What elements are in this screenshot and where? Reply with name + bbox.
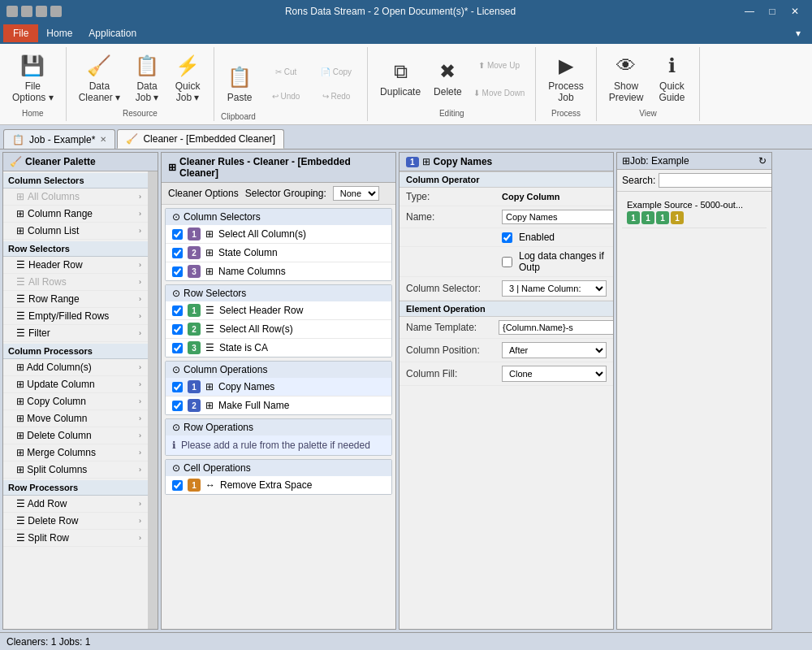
palette-item-add-row[interactable]: ☰ Add Row ›: [3, 496, 148, 513]
rule-item-name-columns[interactable]: 3 ⊞ Name Columns: [166, 262, 391, 280]
palette-item-filter[interactable]: ☰ Filter ›: [3, 325, 148, 342]
data-cleaner-btn[interactable]: 🧹 DataCleaner ▾: [73, 51, 126, 106]
op-colsel-select[interactable]: 3 | Name Column:: [502, 280, 607, 297]
rule-checkbox-6[interactable]: [172, 343, 183, 353]
op-section-label: Column Operator: [400, 171, 613, 188]
rule-checkbox-5[interactable]: [172, 324, 183, 335]
palette-item-all-rows: ☰ All Rows ›: [3, 274, 148, 291]
op-name-tmpl-input[interactable]: [499, 320, 613, 335]
palette-item-header-row[interactable]: ☰ Header Row ›: [3, 257, 148, 274]
rule-label-all-rows: Select All Row(s): [219, 323, 293, 335]
rules-section-header-rowsel[interactable]: ⊙ Row Selectors: [166, 285, 391, 301]
close-button[interactable]: ✕: [784, 2, 806, 20]
rule-item-remove-extra-space[interactable]: 1 ↔ Remove Extra Space: [166, 476, 391, 494]
file-options-btn[interactable]: 💾 FileOptions ▾: [6, 51, 59, 106]
paste-btn[interactable]: 📋 Paste: [221, 57, 258, 112]
title-bar: Rons Data Stream - 2 Open Document(s)* -…: [0, 0, 812, 23]
move-down-btn[interactable]: ⬇ Move Down: [469, 80, 529, 106]
rule-checkbox-3[interactable]: [172, 266, 183, 277]
redo-btn[interactable]: ↪ Redo: [312, 85, 361, 108]
op-name-input[interactable]: [502, 210, 613, 224]
chevron-icon-3: ›: [139, 227, 141, 235]
row-sel-section-label: Row Selectors: [184, 288, 246, 299]
rule-item-state-ca[interactable]: 3 ☰ State is CA: [166, 339, 391, 357]
palette-scroll[interactable]: Column Selectors ⊞ All Columns › ⊞ Colum…: [3, 171, 148, 629]
rule-item-header-row[interactable]: 1 ☰ Select Header Row: [166, 301, 391, 320]
home-menu[interactable]: Home: [38, 24, 80, 42]
duplicate-btn[interactable]: ⧉ Duplicate: [374, 51, 426, 106]
rule-checkbox-9[interactable]: [172, 480, 183, 491]
delete-btn[interactable]: ✖ Delete: [428, 51, 468, 106]
quick-job-btn[interactable]: ⚡ QuickJob ▾: [168, 51, 207, 106]
cut-btn[interactable]: ✂ Cut: [261, 61, 310, 84]
search-input[interactable]: [659, 173, 772, 188]
tab-job-example[interactable]: 📋 Job - Example* ✕: [3, 129, 115, 149]
palette-item-update-column[interactable]: ⊞ Update Column ›: [3, 376, 148, 393]
palette-item-empty-filled[interactable]: ☰ Empty/Filled Rows ›: [3, 308, 148, 325]
rules-section-header-colsel[interactable]: ⊙ Column Selectors: [166, 209, 391, 225]
op-col-pos-select[interactable]: After: [502, 342, 607, 358]
chevron-icon-11: ›: [139, 397, 141, 405]
tab-cleaner[interactable]: 🧹 Cleaner - [Embedded Cleaner]: [117, 129, 284, 149]
rule-checkbox-2[interactable]: [172, 248, 183, 258]
palette-item-add-column[interactable]: ⊞ Add Column(s) ›: [3, 359, 148, 376]
tab-job-close[interactable]: ✕: [100, 135, 106, 144]
rules-section-column-ops: ⊙ Column Operations 1 ⊞ Copy Names 2 ⊞ M…: [165, 361, 392, 415]
palette-item-copy-column[interactable]: ⊞ Copy Column ›: [3, 393, 148, 410]
ribbon-group-clipboard: 📋 Paste ✂ Cut 📄 Copy ↩ Undo ↪ Redo Clipb…: [214, 47, 368, 121]
rule-checkbox-7[interactable]: [172, 382, 183, 392]
chevron-icon-7: ›: [139, 312, 141, 320]
rule-item-make-full-name[interactable]: 2 ⊞ Make Full Name: [166, 396, 391, 414]
rule-badge-6: 3: [188, 341, 201, 354]
move-up-btn[interactable]: ⬆ Move Up: [469, 52, 529, 78]
quick-guide-btn[interactable]: ℹ QuickGuide: [650, 51, 693, 106]
file-menu[interactable]: File: [3, 24, 38, 42]
expand-menu[interactable]: ▾: [788, 24, 809, 42]
application-menu[interactable]: Application: [80, 24, 145, 42]
rules-section-header-rowops[interactable]: ⊙ Row Operations: [166, 419, 391, 436]
op-enabled-checkbox[interactable]: [502, 232, 512, 243]
palette-item-row-range[interactable]: ☰ Row Range ›: [3, 291, 148, 308]
maximize-button[interactable]: □: [762, 2, 783, 20]
op-log-checkbox[interactable]: [502, 257, 512, 267]
quick-guide-label: QuickGuide: [659, 80, 685, 103]
rules-scroll[interactable]: ⊙ Column Selectors 1 ⊞ Select All Column…: [162, 205, 395, 629]
source-item[interactable]: Example Source - 5000-out... 1 1 1 1: [622, 197, 767, 228]
undo-btn[interactable]: ↩ Undo: [261, 85, 310, 108]
ribbon-content: 💾 FileOptions ▾ Home 🧹 DataCleaner ▾ 📋 D…: [0, 44, 812, 124]
rules-panel: ⊞ Cleaner Rules - Cleaner - [Embedded Cl…: [161, 152, 396, 630]
process-job-btn[interactable]: ▶ ProcessJob: [542, 51, 589, 106]
rule-item-all-rows[interactable]: 2 ☰ Select All Row(s): [166, 320, 391, 339]
collapse-cell-ops-icon: ⊙: [172, 462, 180, 474]
palette-item-split-columns[interactable]: ⊞ Split Columns ›: [3, 462, 148, 479]
copy-btn[interactable]: 📄 Copy: [312, 61, 361, 84]
palette-body: Column Selectors ⊞ All Columns › ⊞ Colum…: [3, 171, 158, 629]
rule-checkbox-4[interactable]: [172, 306, 183, 316]
refresh-icon[interactable]: ↻: [758, 155, 767, 167]
element-op-label: Element Operation: [400, 301, 613, 317]
op-col-fill-select[interactable]: Clone: [502, 366, 607, 382]
minimize-button[interactable]: —: [739, 2, 760, 20]
palette-item-delete-row[interactable]: ☰ Delete Row ›: [3, 513, 148, 530]
palette-item-split-row[interactable]: ☰ Split Row ›: [3, 530, 148, 547]
rules-section-header-cellops[interactable]: ⊙ Cell Operations: [166, 460, 391, 476]
chevron-icon-18: ›: [139, 534, 141, 542]
chevron-icon-10: ›: [139, 380, 141, 388]
rule-item-select-all-columns[interactable]: 1 ⊞ Select All Column(s): [166, 225, 391, 244]
ribbon-group-resource: 🧹 DataCleaner ▾ 📋 DataJob ▾ ⚡ QuickJob ▾…: [67, 47, 214, 121]
palette-scrollbar[interactable]: [148, 171, 158, 629]
rule-item-state-column[interactable]: 2 ⊞ State Column: [166, 244, 391, 262]
palette-item-delete-column[interactable]: ⊞ Delete Column ›: [3, 427, 148, 444]
palette-item-column-range[interactable]: ⊞ Column Range ›: [3, 206, 148, 223]
rule-checkbox-1[interactable]: [172, 229, 183, 240]
rule-item-copy-names[interactable]: 1 ⊞ Copy Names: [166, 378, 391, 396]
selector-grouping-select[interactable]: None: [333, 186, 379, 201]
show-preview-btn[interactable]: 👁 ShowPreview: [603, 51, 650, 106]
rules-section-header-colops[interactable]: ⊙ Column Operations: [166, 362, 391, 378]
data-job-btn[interactable]: 📋 DataJob ▾: [127, 51, 166, 106]
rule-checkbox-8[interactable]: [172, 401, 183, 411]
right-panel-header: ⊞ Job: Example ↻: [617, 153, 771, 170]
palette-item-move-column[interactable]: ⊞ Move Column ›: [3, 410, 148, 427]
palette-item-merge-columns[interactable]: ⊞ Merge Columns ›: [3, 444, 148, 462]
palette-item-column-list[interactable]: ⊞ Column List ›: [3, 223, 148, 240]
